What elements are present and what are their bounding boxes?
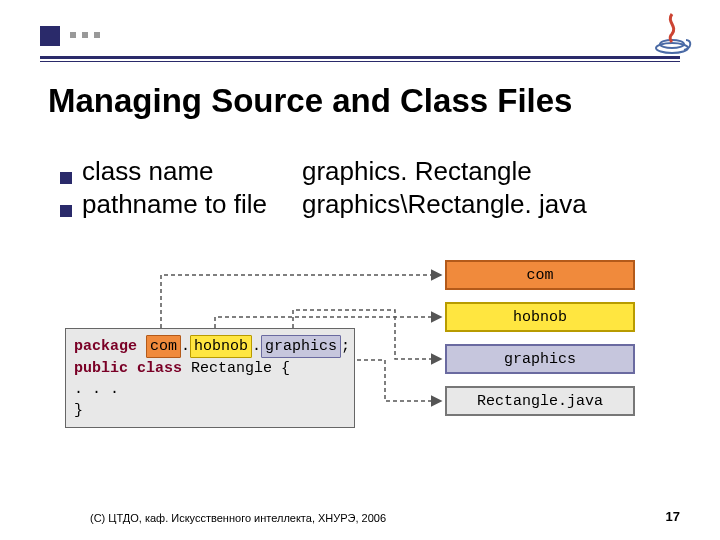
header-divider	[40, 56, 680, 62]
slide-title: Managing Source and Class Files	[48, 82, 572, 120]
bullet-label: class name	[82, 156, 302, 187]
header-dots	[70, 32, 100, 38]
bullet-row: pathname to file graphics\Rectangle. jav…	[60, 189, 690, 220]
package-part-com: com	[146, 335, 181, 358]
bullet-icon	[60, 205, 72, 217]
code-snippet: package com.hobnob.graphics; public clas…	[65, 328, 355, 428]
keyword-class: class	[137, 360, 182, 377]
brace: {	[281, 360, 290, 377]
page-number: 17	[666, 509, 680, 524]
code-ellipsis: . . .	[74, 379, 346, 400]
footer-copyright: (С) ЦТДО, каф. Искусственного интеллекта…	[90, 512, 386, 524]
folder-graphics: graphics	[445, 344, 635, 374]
header-accent-square	[40, 26, 60, 46]
bullet-row: class name graphics. Rectangle	[60, 156, 690, 187]
file-rectangle: Rectangle.java	[445, 386, 635, 416]
class-name: Rectangle	[191, 360, 272, 377]
package-part-hobnob: hobnob	[190, 335, 252, 358]
semicolon: ;	[341, 338, 350, 355]
keyword-public: public	[74, 360, 128, 377]
bullet-value: graphics. Rectangle	[302, 156, 532, 187]
brace: }	[74, 400, 346, 421]
bullet-value: graphics\Rectangle. java	[302, 189, 587, 220]
bullet-list: class name graphics. Rectangle pathname …	[60, 156, 690, 222]
package-part-graphics: graphics	[261, 335, 341, 358]
folder-com: com	[445, 260, 635, 290]
package-diagram: package com.hobnob.graphics; public clas…	[65, 260, 655, 460]
keyword-package: package	[74, 338, 137, 355]
bullet-icon	[60, 172, 72, 184]
folder-hobnob: hobnob	[445, 302, 635, 332]
java-logo	[648, 10, 696, 58]
bullet-label: pathname to file	[82, 189, 302, 220]
